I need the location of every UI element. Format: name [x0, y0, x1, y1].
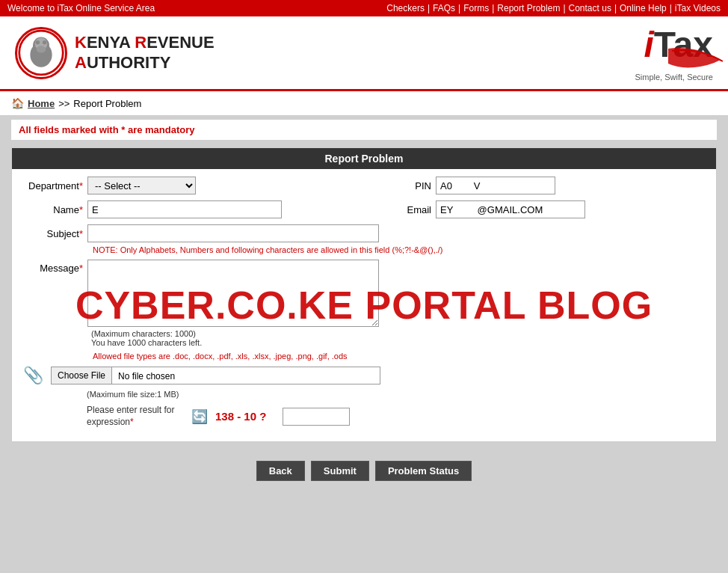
org-name: KENYA REVENUE AUTHORITY — [75, 33, 215, 73]
nav-online-help[interactable]: Online Help — [620, 3, 667, 13]
svg-point-5 — [43, 40, 46, 44]
captcha-row: Please enter result for expression* 🔄 13… — [87, 405, 705, 428]
kra-logo-svg — [17, 28, 65, 77]
email-group: Email — [371, 200, 705, 218]
form-panel-title: Report Problem — [12, 148, 716, 169]
itax-logo: iTax Simple, Swift, Secure — [635, 24, 713, 82]
captcha-answer-input[interactable] — [283, 408, 350, 426]
row-name-email: Name* Email — [23, 200, 705, 218]
name-group: Name* — [23, 200, 357, 218]
welcome-text: Welcome to iTax Online Service Area — [7, 3, 155, 13]
nav-forms[interactable]: Forms — [463, 3, 489, 13]
file-size-note: (Maximum file size:1 MB) — [87, 390, 705, 399]
attachment-icon: 📎 — [23, 366, 43, 385]
row-message: Message* (Maximum characters: 1000) You … — [23, 260, 705, 347]
itax-tagline: Simple, Swift, Secure — [635, 73, 713, 82]
nav-report-problem[interactable]: Report Problem — [497, 3, 560, 13]
captcha-label: Please enter result for expression* — [87, 405, 184, 428]
pin-input[interactable] — [436, 177, 555, 194]
captcha-expression: 138 - 10 ? — [215, 410, 275, 423]
breadcrumb-current: Report Problem — [73, 98, 141, 109]
problem-status-button[interactable]: Problem Status — [375, 461, 472, 481]
subject-label: Subject* — [23, 228, 83, 239]
svg-point-6 — [37, 46, 46, 52]
name-input[interactable] — [87, 200, 282, 218]
file-input-area: Choose File No file chosen — [51, 367, 380, 384]
form-container: CYBER.CO.KE PORTAL BLOG Department* -- S… — [12, 169, 716, 441]
email-label: Email — [371, 204, 431, 215]
logo-area: KENYA REVENUE AUTHORITY — [15, 27, 215, 79]
breadcrumb: 🏠 Home >> Report Problem — [0, 91, 728, 116]
nav-checkers[interactable]: Checkers — [386, 3, 425, 13]
main-content: Report Problem CYBER.CO.KE PORTAL BLOG D… — [11, 147, 717, 442]
submit-button[interactable]: Submit — [311, 461, 369, 481]
top-nav: Checkers | FAQs | Forms | Report Problem… — [386, 3, 721, 13]
mandatory-note: All fields marked with * are mandatory — [11, 120, 717, 140]
pin-label: PIN — [371, 180, 431, 191]
allowed-files-note: Allowed file types are .doc, .docx, .pdf… — [89, 350, 705, 361]
row-dept-pin: Department* -- Select -- Income Tax VAT … — [23, 177, 705, 194]
itax-swoosh — [664, 45, 724, 71]
dept-label: Department* — [23, 180, 83, 191]
message-label: Message* — [23, 260, 83, 274]
department-select[interactable]: -- Select -- Income Tax VAT Customs Othe… — [87, 177, 196, 194]
pin-group: PIN — [371, 177, 705, 194]
breadcrumb-separator: >> — [58, 98, 70, 109]
message-textarea[interactable] — [87, 260, 379, 327]
char-max: (Maximum characters: 1000) — [91, 329, 379, 338]
file-upload-row: 📎 Choose File No file chosen — [23, 366, 705, 385]
email-input[interactable] — [436, 200, 585, 218]
message-container: (Maximum characters: 1000) You have 1000… — [87, 260, 379, 347]
name-label: Name* — [23, 204, 83, 215]
field-note: NOTE: Only Alphabets, Numbers and follow… — [89, 244, 705, 255]
char-left: You have 1000 characters left. — [91, 338, 379, 347]
subject-input[interactable] — [87, 224, 379, 242]
kra-logo-circle — [15, 27, 67, 79]
nav-itax-videos[interactable]: iTax Videos — [675, 3, 721, 13]
breadcrumb-home[interactable]: Home — [28, 98, 55, 109]
form-body: Department* -- Select -- Income Tax VAT … — [12, 169, 716, 441]
dept-group: Department* -- Select -- Income Tax VAT … — [23, 177, 357, 194]
subject-group: Subject* — [23, 224, 705, 242]
svg-point-4 — [36, 40, 40, 44]
file-name-display: No file chosen — [111, 367, 380, 384]
nav-faqs[interactable]: FAQs — [433, 3, 455, 13]
nav-contact-us[interactable]: Contact us — [569, 3, 611, 13]
top-bar: Welcome to iTax Online Service Area Chec… — [0, 0, 728, 16]
captcha-refresh-icon[interactable]: 🔄 — [191, 408, 208, 425]
home-icon: 🏠 — [11, 97, 24, 109]
header: KENYA REVENUE AUTHORITY iTax Simple, Swi… — [0, 16, 728, 91]
button-row: Back Submit Problem Status — [0, 450, 728, 492]
back-button[interactable]: Back — [256, 461, 305, 481]
row-subject: Subject* — [23, 224, 705, 242]
choose-file-button[interactable]: Choose File — [51, 367, 111, 384]
